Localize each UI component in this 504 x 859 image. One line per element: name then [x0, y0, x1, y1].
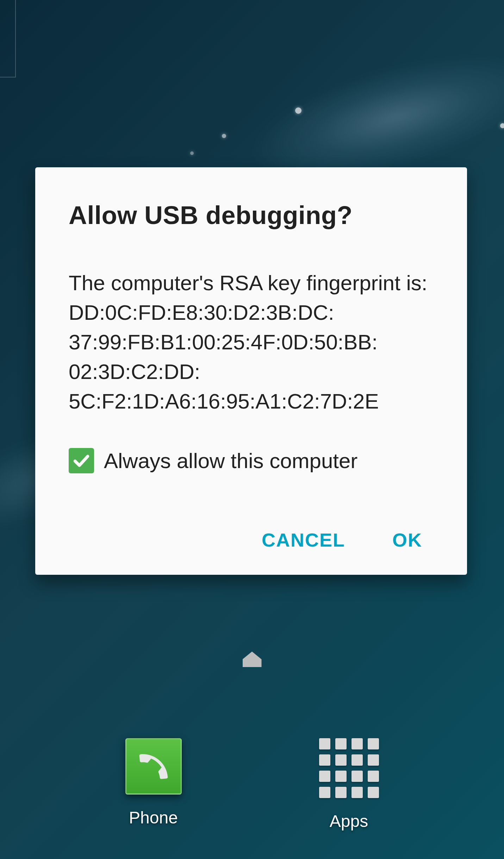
dialog-actions: CANCEL OK — [69, 526, 434, 554]
cancel-button[interactable]: CANCEL — [257, 526, 349, 554]
ok-button[interactable]: OK — [388, 526, 427, 554]
dock-label-phone: Phone — [129, 808, 178, 827]
always-allow-row[interactable]: Always allow this computer — [69, 448, 434, 473]
dialog-body-text: The computer's RSA key fingerprint is: D… — [69, 268, 434, 416]
always-allow-checkbox[interactable] — [69, 448, 94, 473]
dock: Phone Apps — [0, 738, 504, 831]
dialog-title: Allow USB debugging? — [69, 201, 434, 230]
usb-debugging-dialog: Allow USB debugging? The computer's RSA … — [35, 167, 467, 575]
dock-item-phone[interactable]: Phone — [125, 738, 182, 831]
phone-icon — [125, 738, 182, 795]
dock-item-apps[interactable]: Apps — [319, 738, 379, 831]
corner-frame — [0, 0, 16, 77]
always-allow-label: Always allow this computer — [104, 449, 357, 473]
check-icon — [72, 451, 91, 470]
dock-label-apps: Apps — [330, 811, 368, 831]
apps-icon — [319, 738, 379, 798]
